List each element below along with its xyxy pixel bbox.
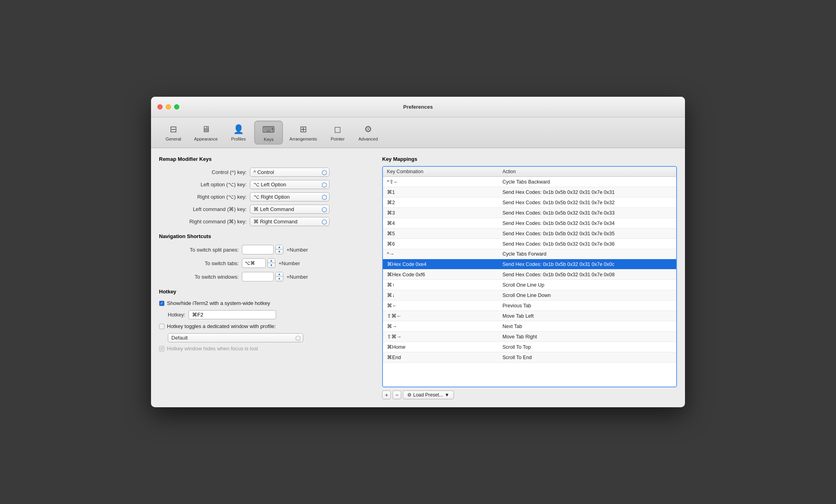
toolbar-item-appearance[interactable]: 🖥Appearance [189, 121, 222, 145]
km-load-arrow-icon: ▼ [445, 392, 449, 398]
km-row-16[interactable]: ⌘HomeScroll To Top [383, 342, 676, 352]
km-row-6[interactable]: ⌘6Send Hex Codes: 0x1b 0x5b 0x32 0x31 0x… [383, 239, 676, 249]
hotkey-field-label: Hotkey: [168, 312, 185, 318]
dedicated-window-checkbox[interactable] [159, 324, 165, 329]
keys-toolbar-icon: ⌨ [262, 123, 275, 136]
general-toolbar-icon: ⊟ [167, 123, 180, 136]
km-combo-5: ⌘5 [383, 229, 498, 239]
toolbar-item-profiles[interactable]: 👤Profiles [224, 121, 253, 145]
toolbar-item-pointer[interactable]: ◻Pointer [323, 121, 352, 145]
km-combo-4: ⌘4 [383, 218, 498, 229]
hotkey-input[interactable] [188, 310, 276, 319]
show-hide-row: Show/hide iTerm2 with a system-wide hotk… [159, 300, 374, 306]
km-row-5[interactable]: ⌘5Send Hex Codes: 0x1b 0x5b 0x32 0x31 0x… [383, 229, 676, 239]
switch-tabs-plus: +Number [279, 260, 300, 266]
minimize-button[interactable] [166, 104, 171, 109]
right-command-label: Right command (⌘) key: [159, 219, 247, 225]
km-action-7: Cycle Tabs Forward [498, 249, 676, 259]
focus-lost-label: Hotkey window hides when focus is lost [167, 346, 258, 352]
switch-tabs-combo[interactable]: ⌥⌘ [242, 258, 266, 268]
switch-panes-field[interactable] [242, 245, 274, 254]
left-option-select[interactable]: ⌥ Left Option [250, 180, 330, 189]
profile-select-container: Default ⬡ [168, 333, 303, 342]
km-combo-9: ⌘Hex Code 0xf6 [383, 270, 498, 280]
km-action-14: Next Tab [498, 321, 676, 332]
toolbar-item-keys[interactable]: ⌨Keys [254, 121, 283, 145]
km-row-7[interactable]: ^→Cycle Tabs Forward [383, 249, 676, 259]
keys-toolbar-label: Keys [264, 137, 273, 142]
right-command-row: Right command (⌘) key: ⌘ Right Command ⬡ [159, 217, 374, 226]
km-row-1[interactable]: ⌘1Send Hex Codes: 0x1b 0x5b 0x32 0x31 0x… [383, 187, 676, 197]
km-combo-16: ⌘Home [383, 342, 498, 352]
switch-windows-down[interactable]: ▼ [276, 277, 283, 281]
km-action-1: Send Hex Codes: 0x1b 0x5b 0x32 0x31 0x7e… [498, 187, 676, 197]
km-combo-2: ⌘2 [383, 197, 498, 208]
km-table: Key Combination Action ^⇧←Cycle Tabs Bac… [383, 167, 676, 363]
km-combo-12: ⌘← [383, 301, 498, 311]
focus-lost-checkbox[interactable] [159, 346, 165, 352]
switch-panes-row: To switch split panes: ▲ ▼ +Number [159, 245, 374, 254]
titlebar: Preferences [151, 97, 685, 117]
km-row-2[interactable]: ⌘2Send Hex Codes: 0x1b 0x5b 0x32 0x31 0x… [383, 197, 676, 208]
switch-windows-plus: +Number [287, 274, 308, 280]
km-table-container: Key Combination Action ^⇧←Cycle Tabs Bac… [382, 166, 677, 387]
km-row-11[interactable]: ⌘↓Scroll One Line Down [383, 290, 676, 301]
km-action-3: Send Hex Codes: 0x1b 0x5b 0x32 0x31 0x7e… [498, 208, 676, 218]
km-row-0[interactable]: ^⇧←Cycle Tabs Backward [383, 177, 676, 187]
km-row-4[interactable]: ⌘4Send Hex Codes: 0x1b 0x5b 0x32 0x31 0x… [383, 218, 676, 229]
preferences-window: Preferences ⊟General🖥Appearance👤Profiles… [151, 97, 685, 407]
km-remove-button[interactable]: − [392, 391, 401, 399]
km-row-3[interactable]: ⌘3Send Hex Codes: 0x1b 0x5b 0x32 0x31 0x… [383, 208, 676, 218]
control-label: Control (^) key: [159, 169, 247, 175]
left-command-select[interactable]: ⌘ Left Command [250, 205, 330, 214]
right-option-row: Right option (⌥) key: ⌥ Right Option ⬡ [159, 192, 374, 201]
profiles-toolbar-icon: 👤 [232, 123, 245, 136]
km-row-13[interactable]: ⇧⌘←Move Tab Left [383, 311, 676, 321]
km-row-10[interactable]: ⌘↑Scroll One Line Up [383, 280, 676, 290]
switch-tabs-down[interactable]: ▼ [268, 263, 275, 268]
switch-tabs-row: To switch tabs: ⌥⌘ ▲ ▼ +Number [159, 258, 374, 268]
km-action-17: Scroll To End [498, 352, 676, 363]
km-row-9[interactable]: ⌘Hex Code 0xf6Send Hex Codes: 0x1b 0x5b … [383, 270, 676, 280]
switch-panes-down[interactable]: ▼ [276, 250, 283, 254]
right-option-label: Right option (⌥) key: [159, 194, 247, 200]
km-row-17[interactable]: ⌘EndScroll To End [383, 352, 676, 363]
switch-windows-label: To switch windows: [159, 274, 239, 280]
hotkey-value-row: Hotkey: [168, 310, 374, 319]
switch-windows-field[interactable] [242, 272, 274, 281]
switch-windows-up[interactable]: ▲ [276, 272, 283, 277]
km-action-11: Scroll One Line Down [498, 290, 676, 301]
control-select-wrapper: ^ Control ⬡ [250, 168, 330, 177]
arrangements-toolbar-icon: ⊞ [297, 123, 310, 136]
profiles-toolbar-label: Profiles [231, 137, 246, 141]
left-option-row: Left option (⌥) key: ⌥ Left Option ⬡ [159, 180, 374, 189]
control-select[interactable]: ^ Control [250, 168, 330, 177]
switch-tabs-up[interactable]: ▲ [268, 259, 275, 263]
right-command-select[interactable]: ⌘ Right Command [250, 217, 330, 226]
km-row-12[interactable]: ⌘←Previous Tab [383, 301, 676, 311]
right-option-select[interactable]: ⌥ Right Option [250, 192, 330, 201]
toolbar-item-general[interactable]: ⊟General [159, 121, 188, 145]
advanced-toolbar-label: Advanced [358, 137, 378, 141]
remap-title: Remap Modifier Keys [159, 156, 374, 162]
km-row-8[interactable]: ⌘Hex Code 0xe4Send Hex Codes: 0x1b 0x5b … [383, 259, 676, 270]
km-action-9: Send Hex Codes: 0x1b 0x5b 0x32 0x31 0x7e… [498, 270, 676, 280]
fullscreen-button[interactable] [174, 104, 179, 109]
km-row-15[interactable]: ⇧⌘→Move Tab Right [383, 332, 676, 342]
dedicated-window-row: Hotkey toggles a dedicated window with p… [159, 323, 374, 329]
show-hide-checkbox[interactable] [159, 301, 165, 306]
km-row-14[interactable]: ⌘→Next Tab [383, 321, 676, 332]
km-add-button[interactable]: + [382, 391, 391, 399]
close-button[interactable] [157, 104, 163, 109]
pointer-toolbar-label: Pointer [331, 137, 345, 141]
km-load-preset-button[interactable]: ⚙ Load Preset... ▼ [403, 391, 454, 399]
profile-select[interactable]: Default [168, 333, 303, 342]
km-action-6: Send Hex Codes: 0x1b 0x5b 0x32 0x31 0x7e… [498, 239, 676, 249]
switch-panes-up[interactable]: ▲ [276, 245, 283, 250]
hotkey-title: Hotkey [159, 289, 374, 295]
right-panel: Key Mappings Key Combination Action ^⇧←C… [382, 156, 677, 399]
km-combo-17: ⌘End [383, 352, 498, 363]
toolbar-item-advanced[interactable]: ⚙Advanced [353, 121, 383, 145]
left-command-label: Left command (⌘) key: [159, 206, 247, 212]
toolbar-item-arrangements[interactable]: ⊞Arrangements [285, 121, 322, 145]
